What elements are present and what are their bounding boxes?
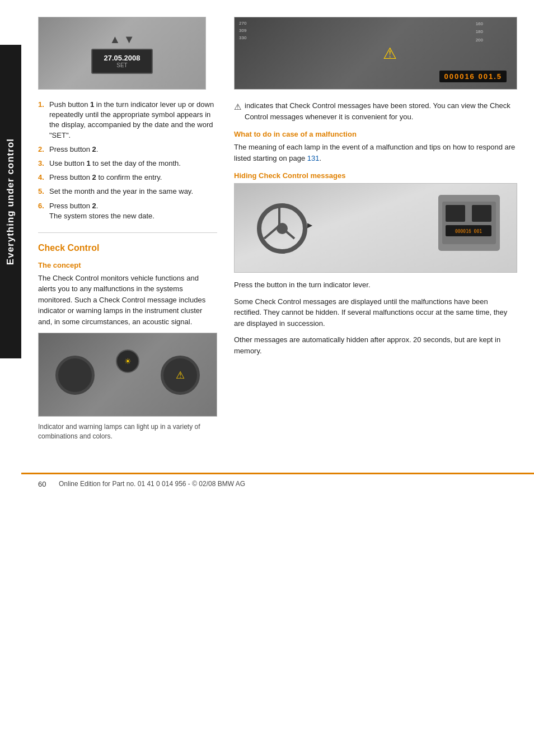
center-instrument-svg: ☀ bbox=[114, 347, 142, 375]
warning-dashboard-image: 270 309 330 160 180 200 ⚠ 000016 001.5 bbox=[234, 17, 517, 90]
hiding-para2: Some Check Control messages are displaye… bbox=[234, 296, 517, 329]
hiding-para3: Other messages are automatically hidden … bbox=[234, 334, 517, 356]
instrument-panel-graphic: 000016 001 bbox=[438, 195, 500, 251]
dash-display: 27.05.2008 SET bbox=[91, 49, 153, 74]
instruction-5: 5. Set the month and the year in the sam… bbox=[38, 186, 217, 197]
step-text-1: Push button 1 in the turn indicator leve… bbox=[49, 100, 217, 141]
sidebar-label-text: Everything under control bbox=[5, 138, 16, 265]
svg-text:☀: ☀ bbox=[124, 357, 132, 366]
check-control-heading: Check Control bbox=[38, 243, 217, 253]
instruction-6: 6. Press button 2.The system stores the … bbox=[38, 201, 217, 221]
right-column: 270 309 330 160 180 200 ⚠ 000016 001.5 ​… bbox=[234, 17, 517, 450]
instruction-1: 1. Push button 1 in the turn indicator l… bbox=[38, 100, 217, 141]
instruction-2: 2. Press button 2. bbox=[38, 144, 217, 155]
step-text-6: Press button 2.The system stores the new… bbox=[49, 201, 154, 221]
hiding-heading: Hiding Check Control messages bbox=[234, 171, 517, 180]
lever-arrow-icon: ▶ bbox=[307, 222, 312, 229]
svg-text:000016 001: 000016 001 bbox=[455, 229, 482, 234]
concept-text: The Check Control monitors vehicle funct… bbox=[38, 273, 217, 328]
svg-rect-7 bbox=[472, 205, 491, 222]
steering-spokes bbox=[259, 205, 300, 246]
step-num-5: 5. bbox=[38, 186, 46, 197]
step-text-3: Use button 1 to set the day of the month… bbox=[49, 158, 181, 169]
warning-notice-icon: ⚠ bbox=[234, 101, 241, 122]
footer-copyright-text: Online Edition for Part no. 01 41 0 014 … bbox=[59, 480, 245, 488]
odometer-display: 000016 001.5 bbox=[439, 71, 507, 82]
left-column: ▲ ▼ 27.05.2008 SET 1. Push button 1 in t… bbox=[38, 17, 217, 450]
malfunction-heading: What to do in case of a malfunction bbox=[234, 130, 517, 138]
instrument-cluster-image: ☀ ⚠ bbox=[38, 333, 217, 417]
svg-line-4 bbox=[279, 226, 294, 239]
step-text-5: Set the month and the year in the same w… bbox=[49, 186, 193, 197]
dash-arrows-icon: ▲ ▼ bbox=[109, 33, 134, 46]
dashboard-date-image: ▲ ▼ 27.05.2008 SET bbox=[38, 17, 206, 90]
warning-triangle-icon: ⚠ bbox=[383, 44, 397, 63]
concept-subheading: The concept bbox=[38, 261, 217, 269]
hiding-para1: Press the button in the turn indicator l… bbox=[234, 279, 517, 291]
step-num-6: 6. bbox=[38, 201, 46, 221]
speed-numbers: 270 309 330 bbox=[239, 20, 246, 41]
instruction-3: 3. Use button 1 to set the day of the mo… bbox=[38, 158, 217, 169]
malfunction-text: The meaning of each lamp in the event of… bbox=[234, 142, 517, 164]
instructions-list: 1. Push button 1 in the turn indicator l… bbox=[38, 100, 217, 221]
section-divider-1 bbox=[38, 232, 217, 233]
gauge-right: ⚠ bbox=[161, 356, 200, 395]
step-num-4: 4. bbox=[38, 172, 46, 183]
date-display: 27.05.2008 bbox=[104, 54, 140, 62]
speed-numbers-right: 160 180 200 bbox=[476, 20, 483, 44]
warning-image-caption: ​ bbox=[234, 92, 517, 98]
step-num-2: 2. bbox=[38, 144, 46, 155]
svg-rect-6 bbox=[446, 205, 465, 222]
main-content: ▲ ▼ 27.05.2008 SET 1. Push button 1 in t… bbox=[21, 0, 534, 461]
step-text-4: Press button 2 to confirm the entry. bbox=[49, 172, 162, 183]
gauge-left bbox=[55, 356, 95, 395]
panel-gauges-svg: 000016 001 bbox=[441, 200, 497, 245]
sidebar-label: Everything under control bbox=[0, 45, 21, 358]
set-label: SET bbox=[116, 62, 127, 68]
instrument-caption: Indicator and warning lamps can light up… bbox=[38, 422, 217, 441]
step-num-1: 1. bbox=[38, 100, 46, 141]
footer: 60 Online Edition for Part no. 01 41 0 0… bbox=[21, 473, 534, 494]
warning-notice-block: ⚠ indicates that Check Control messages … bbox=[234, 100, 517, 122]
footer-page-number: 60 bbox=[38, 480, 52, 488]
steering-wheel-graphic bbox=[257, 203, 307, 254]
steering-wheel-image: 000016 001 ▶ bbox=[234, 183, 517, 273]
svg-line-3 bbox=[264, 226, 279, 239]
instruction-4: 4. Press button 2 to confirm the entry. bbox=[38, 172, 217, 183]
malfunction-page-link[interactable]: 131 bbox=[307, 154, 320, 162]
step-num-3: 3. bbox=[38, 158, 46, 169]
step-text-2: Press button 2. bbox=[49, 144, 98, 155]
warning-notice-text: indicates that Check Control messages ha… bbox=[245, 100, 517, 122]
